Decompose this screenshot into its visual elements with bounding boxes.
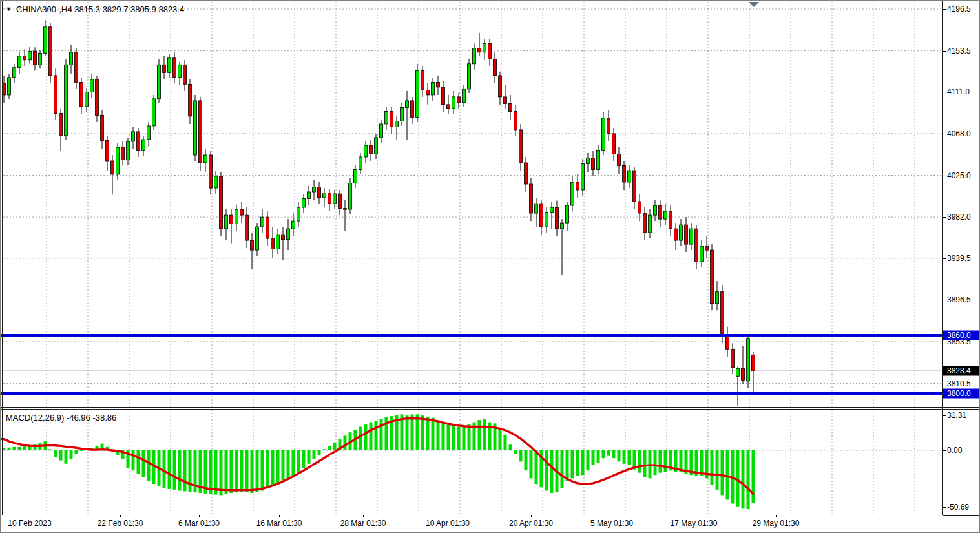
macd-name: MACD(12,26,9) xyxy=(6,413,64,423)
time-axis-tick xyxy=(612,515,612,517)
horizontal-level-lines[interactable] xyxy=(0,335,942,393)
symbol-name: CHINA300-,H4 xyxy=(16,5,72,14)
price-axis-label: 4111.0 xyxy=(947,87,970,96)
symbol-dropdown-icon: ▼ xyxy=(6,6,12,12)
price-axis-label: 4068.0 xyxy=(947,129,971,138)
ohlc-high: 3829.7 xyxy=(103,5,129,14)
time-axis-tick xyxy=(279,515,280,517)
time-axis[interactable]: 10 Feb 202322 Feb 01:306 Mar 01:3016 Mar… xyxy=(0,515,943,533)
price-tag: 3823.4 xyxy=(943,366,980,376)
price-axis-label: 3896.5 xyxy=(947,295,971,304)
price-axis-label: 3982.0 xyxy=(947,213,971,222)
grid-horizontal xyxy=(0,9,942,450)
window-edge-left xyxy=(0,0,1,533)
time-axis-label: 5 May 01:30 xyxy=(590,519,633,528)
time-axis-label: 6 Mar 01:30 xyxy=(178,519,220,528)
macd-indicator-label: MACD(12,26,9) -46.96 -38.86 xyxy=(6,413,116,423)
ohlc-close: 3823.4 xyxy=(158,5,184,14)
ohlc-open: 3815.3 xyxy=(74,5,100,14)
time-axis-tick xyxy=(120,515,121,517)
macd-axis-label: 0.00 xyxy=(947,446,962,455)
macd-axis-tick xyxy=(943,450,946,451)
pane-divider-bottom xyxy=(0,409,980,410)
left-pane-border xyxy=(2,1,3,515)
pane-divider-top[interactable] xyxy=(0,407,980,408)
price-axis-tick xyxy=(943,134,946,134)
time-axis-label: 10 Feb 2023 xyxy=(8,519,51,528)
time-axis-label: 29 May 01:30 xyxy=(753,519,800,528)
time-axis-label: 22 Feb 01:30 xyxy=(98,519,143,528)
price-axis-label: 4153.5 xyxy=(947,47,971,56)
price-axis-label: 3939.5 xyxy=(947,254,971,263)
price-axis-tick xyxy=(943,51,946,52)
macd-axis-label: 31.31 xyxy=(947,411,966,420)
time-axis-tick xyxy=(694,515,694,517)
price-axis-label: 3810.5 xyxy=(947,379,971,388)
ohlc-low: 3805.9 xyxy=(130,5,156,14)
candlesticks-layer xyxy=(3,20,755,406)
price-axis-tick xyxy=(943,258,946,259)
symbol-title: ▼CHINA300-,H4 3815.3 3829.7 3805.9 3823.… xyxy=(6,5,184,14)
time-axis-tick xyxy=(776,515,777,517)
price-axis-tick xyxy=(943,342,946,342)
time-axis-tick xyxy=(448,515,448,517)
price-axis-label: 4025.0 xyxy=(947,171,971,180)
price-axis-label: 4196.5 xyxy=(947,5,971,14)
price-axis-tick xyxy=(943,92,946,92)
macd-axis-tick xyxy=(943,415,946,416)
time-axis-tick xyxy=(531,515,532,517)
chart-canvas[interactable] xyxy=(0,0,943,515)
time-axis-tick xyxy=(30,515,30,517)
price-tag: 3860.0 xyxy=(943,331,980,340)
macd-signal-value: -38.86 xyxy=(92,413,116,423)
window-edge-top xyxy=(0,0,980,1)
price-tag: 3800.0 xyxy=(943,389,980,399)
time-axis-tick xyxy=(363,515,364,517)
price-axis-tick xyxy=(943,176,946,176)
trading-chart-window: ▼CHINA300-,H4 3815.3 3829.7 3805.9 3823.… xyxy=(0,0,980,533)
time-axis-label: 17 May 01:30 xyxy=(671,519,718,528)
macd-axis-tick xyxy=(943,507,946,508)
chart-shift-marker-icon[interactable] xyxy=(749,2,759,7)
time-axis-label: 10 Apr 01:30 xyxy=(426,519,470,528)
macd-axis-label: -50.69 xyxy=(947,503,969,512)
time-axis-tick xyxy=(199,515,200,517)
time-axis-label: 16 Mar 01:30 xyxy=(256,519,302,528)
price-axis-tick xyxy=(943,300,946,300)
price-axis-tick xyxy=(943,384,946,384)
macd-histogram xyxy=(3,414,755,509)
price-axis-tick xyxy=(943,217,946,218)
time-axis-label: 28 Mar 01:30 xyxy=(340,519,386,528)
time-axis-label: 20 Apr 01:30 xyxy=(509,519,553,528)
price-axis-tick xyxy=(943,9,946,10)
macd-main-value: -46.96 xyxy=(67,413,90,423)
